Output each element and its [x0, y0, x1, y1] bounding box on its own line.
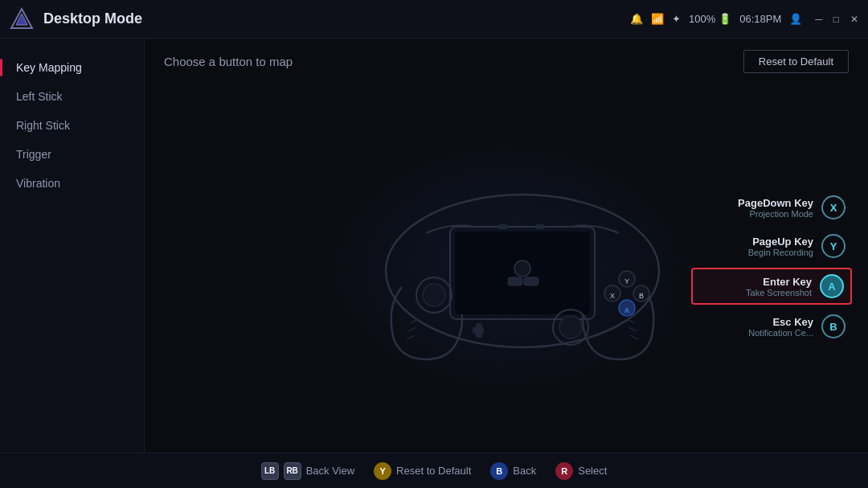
- clock: 06:18PM: [739, 13, 781, 25]
- btn-action-pagedown: Projection Mode: [738, 209, 813, 219]
- b-badge[interactable]: B: [490, 462, 508, 480]
- reset-to-default-button[interactable]: Reset to Default: [743, 50, 849, 73]
- btn-key-esc: Esc Key: [748, 316, 813, 328]
- svg-text:A: A: [624, 306, 630, 314]
- svg-point-21: [514, 260, 530, 277]
- sidebar-label-trigger: Trigger: [16, 148, 51, 161]
- bottom-reset: Y Reset to Default: [374, 462, 471, 480]
- svg-rect-28: [498, 224, 508, 229]
- btn-action-pageup: Begin Recording: [748, 248, 813, 257]
- battery-icon: 🔋: [719, 13, 731, 25]
- btn-key-pagedown: PageDown Key: [738, 197, 813, 209]
- btn-text-esc: Esc Key Notification Ce...: [748, 316, 813, 338]
- maximize-button[interactable]: □: [833, 14, 839, 25]
- y-badge[interactable]: Y: [374, 462, 391, 480]
- app-logo: [10, 7, 34, 31]
- battery-indicator: 100% 🔋: [689, 13, 731, 25]
- sidebar-label-vibration: Vibration: [16, 177, 60, 190]
- sidebar: Key Mapping Left Stick Right Stick Trigg…: [0, 39, 145, 453]
- minimize-button[interactable]: ─: [815, 14, 822, 25]
- svg-line-27: [630, 335, 638, 339]
- bottom-back-view: LB RB Back View: [261, 462, 354, 480]
- svg-line-25: [627, 319, 635, 323]
- mapping-item-pagedown[interactable]: PageDown Key Projection Mode X: [691, 191, 852, 224]
- sidebar-label-right-stick: Right Stick: [16, 119, 70, 132]
- content-header: Choose a button to map Reset to Default: [145, 39, 868, 81]
- wifi-icon: 📶: [651, 13, 664, 25]
- btn-icon-pageup: Y: [821, 234, 845, 258]
- sidebar-item-right-stick[interactable]: Right Stick: [0, 111, 144, 140]
- sidebar-item-trigger[interactable]: Trigger: [0, 140, 144, 169]
- main-layout: Key Mapping Left Stick Right Stick Trigg…: [0, 39, 868, 453]
- window-title: Desktop Mode: [43, 10, 630, 27]
- btn-icon-esc: B: [821, 314, 845, 338]
- button-mapping-list: PageDown Key Projection Mode X PageUp Ke…: [691, 191, 852, 343]
- system-icons: 🔔 📶 ✦ 100% 🔋 06:18PM 👤: [630, 13, 802, 25]
- svg-rect-19: [508, 277, 522, 285]
- title-bar: Desktop Mode 🔔 📶 ✦ 100% 🔋 06:18PM 👤 ─ □ …: [0, 0, 868, 39]
- bottom-back: B Back: [490, 462, 536, 480]
- sidebar-label-left-stick: Left Stick: [16, 90, 63, 103]
- controller-svg: A B X Y: [354, 146, 691, 388]
- lb-badge[interactable]: LB: [261, 462, 279, 480]
- content-area: Choose a button to map Reset to Default: [145, 39, 868, 453]
- close-button[interactable]: ✕: [850, 14, 858, 25]
- bluetooth-icon: ✦: [672, 13, 681, 25]
- svg-rect-29: [535, 224, 545, 229]
- controller-illustration: A B X Y: [354, 146, 691, 388]
- r-badge[interactable]: R: [555, 462, 573, 480]
- svg-text:Y: Y: [624, 277, 629, 285]
- notification-icon[interactable]: 🔔: [630, 13, 643, 25]
- btn-text-pagedown: PageDown Key Projection Mode: [738, 197, 813, 219]
- svg-rect-20: [524, 277, 538, 285]
- rb-badge[interactable]: RB: [284, 462, 301, 480]
- bottom-bar: LB RB Back View Y Reset to Default B Bac…: [0, 453, 868, 488]
- reset-label: Reset to Default: [396, 465, 471, 477]
- btn-icon-enter: A: [820, 274, 844, 298]
- btn-text-enter: Enter Key Take Screenshot: [746, 276, 812, 297]
- svg-text:B: B: [639, 292, 644, 300]
- btn-action-enter: Take Screenshot: [746, 288, 812, 297]
- svg-line-24: [407, 335, 415, 339]
- svg-point-8: [559, 316, 582, 338]
- battery-pct: 100%: [689, 13, 715, 25]
- bottom-select: R Select: [555, 462, 607, 480]
- svg-point-6: [423, 284, 445, 306]
- select-label: Select: [578, 465, 607, 477]
- sidebar-item-vibration[interactable]: Vibration: [0, 169, 144, 198]
- mapping-item-pageup[interactable]: PageUp Key Begin Recording Y: [691, 229, 852, 263]
- mapping-area: A B X Y: [145, 81, 868, 453]
- back-view-label: Back View: [306, 465, 354, 477]
- svg-rect-10: [476, 323, 482, 338]
- btn-action-esc: Notification Ce...: [748, 328, 813, 338]
- btn-icon-pagedown: X: [821, 195, 845, 219]
- user-icon: 👤: [789, 13, 802, 25]
- window-controls: ─ □ ✕: [815, 14, 858, 25]
- back-label: Back: [513, 465, 536, 477]
- svg-text:X: X: [610, 292, 615, 300]
- svg-line-23: [408, 327, 416, 331]
- svg-line-22: [410, 319, 418, 323]
- mapping-item-esc[interactable]: Esc Key Notification Ce... B: [691, 310, 852, 343]
- choose-button-label: Choose a button to map: [164, 55, 293, 68]
- sidebar-item-left-stick[interactable]: Left Stick: [0, 82, 144, 111]
- svg-line-26: [628, 327, 637, 331]
- btn-key-enter: Enter Key: [746, 276, 812, 288]
- mapping-item-enter[interactable]: Enter Key Take Screenshot A: [691, 268, 852, 305]
- btn-text-pageup: PageUp Key Begin Recording: [748, 236, 813, 257]
- sidebar-item-key-mapping[interactable]: Key Mapping: [0, 53, 144, 82]
- sidebar-label-key-mapping: Key Mapping: [16, 61, 82, 74]
- btn-key-pageup: PageUp Key: [748, 236, 813, 248]
